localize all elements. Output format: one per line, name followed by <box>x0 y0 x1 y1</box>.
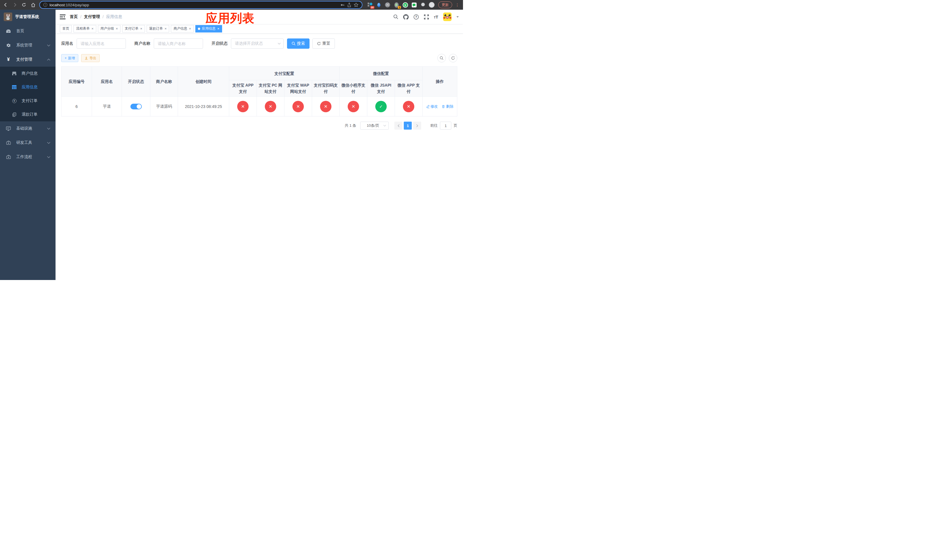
goto-page-input[interactable] <box>440 122 451 130</box>
alipay-qr-status-icon: ✕ <box>320 101 331 112</box>
delete-link[interactable]: 删除 <box>442 104 453 109</box>
tag-app-info[interactable]: 应用信息× <box>195 25 222 32</box>
close-icon[interactable]: × <box>217 27 219 30</box>
tag-pay-order[interactable]: 支付订单× <box>122 25 145 32</box>
cell-app-name: 芋道 <box>92 97 122 117</box>
browser-profile-avatar[interactable]: 😃 <box>429 2 434 8</box>
close-icon[interactable]: × <box>189 27 191 30</box>
goto-label: 前往 <box>430 123 438 128</box>
wx-mini-status-icon: ✕ <box>348 101 359 112</box>
alipay-wap-status-icon: ✕ <box>292 101 304 112</box>
sidebar-item-home[interactable]: 首页 <box>0 24 56 38</box>
total-count: 共 1 条 <box>345 123 356 128</box>
search-icon[interactable] <box>393 14 398 20</box>
prev-page-button[interactable] <box>394 122 402 130</box>
sidebar-item-label: 支付管理 <box>16 57 42 62</box>
font-size-icon[interactable]: TT <box>434 15 438 19</box>
fullscreen-icon[interactable] <box>424 14 429 20</box>
export-button[interactable]: 导出 <box>81 54 100 62</box>
password-key-icon[interactable] <box>340 3 345 8</box>
browser-reload-button[interactable] <box>21 2 27 8</box>
sidebar-collapse-icon[interactable] <box>60 15 65 20</box>
help-icon[interactable]: ? <box>413 14 419 20</box>
col-header-actions: 操作 <box>422 67 457 97</box>
toggle-search-button[interactable] <box>437 54 446 62</box>
tag-refund-order[interactable]: 退款订单× <box>147 25 169 32</box>
sidebar-item-infrastructure[interactable]: 基础设施 <box>0 121 56 136</box>
sidebar-item-system[interactable]: 系统管理 <box>0 38 56 52</box>
wx-app-status-icon: ✕ <box>403 101 414 112</box>
chrome-update-button[interactable]: 更新 <box>438 2 452 8</box>
cell-created: 2021-10-23 08:49:25 <box>178 97 229 117</box>
browser-back-button[interactable] <box>3 2 9 8</box>
extension-y-icon[interactable]: y <box>402 2 408 8</box>
chevron-down-icon <box>47 156 50 158</box>
page-size-select[interactable]: 10条/页 <box>360 122 389 130</box>
search-button[interactable]: 搜索 <box>287 38 310 49</box>
browser-forward-button[interactable] <box>12 2 18 8</box>
close-icon[interactable]: × <box>140 27 142 30</box>
sidebar-item-payment[interactable]: ¥ 支付管理 <box>0 52 56 67</box>
tag-home[interactable]: 首页 <box>60 25 72 32</box>
app-name-input[interactable] <box>77 38 126 49</box>
sidebar-logo[interactable]: 🐰 芋道管理系统 <box>0 10 56 24</box>
extension-chat-icon[interactable] <box>411 2 417 8</box>
reset-button[interactable]: 重置 <box>312 38 335 49</box>
col-header-alipay-wap: 支付宝 WAP 网站支付 <box>284 80 312 97</box>
breadcrumb-payment[interactable]: 支付管理 <box>84 14 100 20</box>
chevron-up-icon <box>47 59 50 61</box>
extension-command-icon[interactable]: ⌘ <box>385 2 390 8</box>
next-page-button[interactable] <box>413 122 421 130</box>
active-dot <box>198 28 200 30</box>
tag-merchant-info[interactable]: 商户信息× <box>171 25 194 32</box>
tag-flow-form[interactable]: 流程表单× <box>73 25 96 32</box>
edit-link[interactable]: 修改 <box>426 104 438 109</box>
sidebar-item-merchant-info[interactable]: 商户信息 <box>0 67 56 80</box>
col-header-status: 开启状态 <box>122 67 150 97</box>
table-tools <box>437 54 457 62</box>
page-number-button[interactable]: 1 <box>404 122 412 130</box>
alipay-app-status-icon: ✕ <box>237 101 248 112</box>
close-icon[interactable]: × <box>165 27 167 30</box>
close-icon[interactable]: × <box>116 27 118 30</box>
group-header-wechat: 微信配置 <box>340 67 422 80</box>
browser-home-button[interactable] <box>30 2 36 8</box>
documents-icon <box>12 112 17 117</box>
breadcrumb-home[interactable]: 首页 <box>70 14 78 20</box>
status-select[interactable]: 请选择开启状态 <box>231 38 284 49</box>
extensions-puzzle-icon[interactable] <box>420 2 426 8</box>
user-avatar[interactable] <box>443 12 452 21</box>
share-icon[interactable] <box>347 3 351 8</box>
col-header-alipay-pc: 支付宝 PC 网站支付 <box>257 80 284 97</box>
col-header-wx-app: 微信 APP 支付 <box>395 80 422 97</box>
bookmark-star-icon[interactable] <box>354 3 359 8</box>
extension-balloon-icon[interactable] <box>376 2 381 8</box>
sidebar-item-workflow[interactable]: 工作流程 <box>0 150 56 164</box>
extension-cluster: 10 ⌘ 1 y 😃 更新 ⋮ <box>367 2 458 8</box>
url-bar[interactable]: i localhost:1024/pay/app <box>39 1 363 9</box>
sidebar-item-pay-order[interactable]: ¥ 支付订单 <box>0 94 56 107</box>
tag-user-group[interactable]: 用户分组× <box>98 25 121 32</box>
table-toolbar: + 新增 导出 <box>61 54 457 62</box>
refresh-button[interactable] <box>449 54 457 62</box>
merchant-name-input[interactable] <box>154 38 203 49</box>
close-icon[interactable]: × <box>91 27 94 30</box>
breadcrumb: 首页 / 支付管理 / 应用信息 <box>70 14 122 20</box>
github-icon[interactable] <box>403 14 409 20</box>
sidebar-item-label: 基础设施 <box>16 126 42 131</box>
user-menu-caret-icon[interactable] <box>457 16 459 18</box>
add-button[interactable]: + 新增 <box>61 54 78 62</box>
sidebar-item-dev-tools[interactable]: 研发工具 <box>0 136 56 150</box>
sidebar-item-label: 应用信息 <box>22 85 38 90</box>
sidebar-item-refund-order[interactable]: 退款订单 <box>0 107 56 121</box>
search-form: 应用名 商户名称 开启状态 请选择开启状态 搜索 重置 <box>61 38 457 49</box>
extension-oval-icon[interactable]: 1 <box>393 2 399 8</box>
browser-toolbar: i localhost:1024/pay/app 10 ⌘ 1 y 😃 更新 <box>0 0 463 10</box>
status-toggle[interactable] <box>130 104 142 109</box>
chevron-down-icon <box>47 44 50 47</box>
sidebar-item-app-info[interactable]: 应用信息 <box>0 80 56 94</box>
site-info-icon[interactable]: i <box>43 3 47 7</box>
browser-menu-icon[interactable]: ⋮ <box>455 3 458 7</box>
extension-blocks-icon[interactable]: 10 <box>367 2 373 8</box>
table-grid-icon <box>12 85 17 89</box>
